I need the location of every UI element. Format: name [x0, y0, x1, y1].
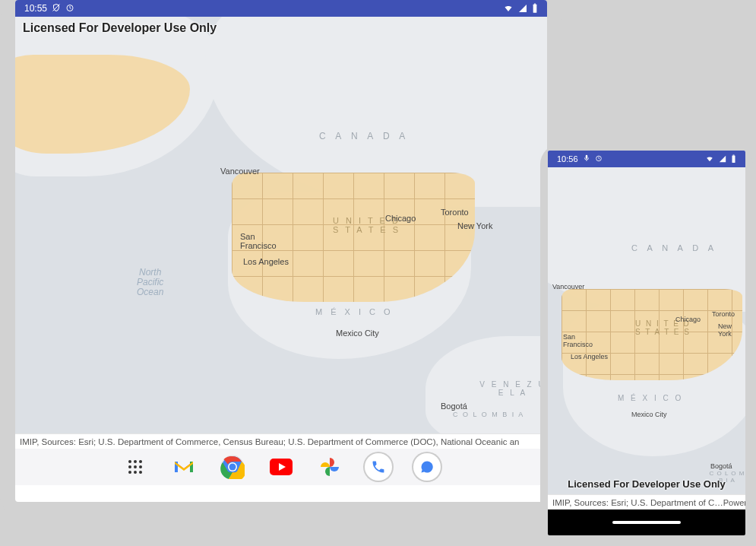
svg-point-11	[134, 471, 137, 474]
photos-icon[interactable]	[316, 453, 343, 481]
license-watermark: Licensed For Developer Use Only	[548, 477, 745, 491]
mic-icon	[583, 154, 590, 163]
svg-rect-3	[534, 4, 536, 5]
tablet-attribution-bar: IMIP, Sources: Esri; U.S. Department of …	[15, 433, 547, 449]
svg-point-5	[134, 460, 137, 463]
phone-screen: 10:56 C A N A D A U N I T E D S T A T E …	[548, 151, 745, 535]
messages-app-icon[interactable]	[413, 453, 441, 481]
youtube-icon[interactable]	[267, 453, 295, 481]
gmail-icon[interactable]	[170, 453, 198, 481]
battery-icon	[731, 154, 736, 163]
country-label-mexico: M É X I C O	[315, 307, 394, 316]
tablet-status-bar: 10:55	[15, 0, 547, 17]
svg-point-7	[128, 465, 131, 468]
tablet-map-view[interactable]: Licensed For Developer Use Only C A N A …	[15, 17, 547, 433]
signal-icon	[719, 155, 726, 163]
city-chicago: Chicago	[385, 214, 416, 223]
attribution-text: IMIP, Sources: Esri; U.S. Department of …	[552, 498, 723, 507]
tablet-screen: 10:55 L	[15, 0, 547, 502]
city-losangeles: Los Angeles	[571, 353, 608, 360]
status-left-cluster: 10:56	[557, 154, 603, 163]
city-losangeles: Los Angeles	[243, 257, 289, 266]
svg-rect-2	[533, 5, 537, 13]
attribution-text: IMIP, Sources: Esri; U.S. Department of …	[20, 437, 519, 446]
country-label-venezuela: V E N E Z U E L A	[479, 380, 547, 397]
status-left-cluster: 10:55	[24, 3, 74, 14]
status-right-cluster	[503, 3, 538, 14]
country-label-colombia: C O L O M B I A	[453, 411, 524, 418]
svg-point-4	[128, 460, 131, 463]
no-sim-icon	[52, 3, 61, 14]
phone-gesture-bar[interactable]	[548, 509, 745, 535]
powered-by: Powered by Esri	[723, 498, 745, 507]
app-drawer-icon[interactable]	[122, 453, 149, 481]
powered-by-label: Powered by	[723, 498, 745, 507]
chrome-icon[interactable]	[219, 453, 246, 481]
timer-icon	[595, 154, 603, 163]
tablet-home-dock	[15, 449, 547, 485]
city-chicago: Chicago	[675, 316, 701, 323]
gesture-handle[interactable]	[612, 521, 681, 524]
wifi-icon	[705, 155, 714, 163]
phone-attribution-bar: IMIP, Sources: Esri; U.S. Department of …	[548, 494, 745, 509]
country-label-canada: C A N A D A	[631, 243, 717, 252]
battery-icon	[532, 3, 538, 14]
ocean-label-pacific: North Pacific Ocean	[137, 268, 163, 298]
svg-point-8	[134, 465, 137, 468]
status-clock: 10:55	[24, 3, 47, 14]
svg-point-9	[139, 465, 142, 468]
license-watermark: Licensed For Developer Use Only	[20, 20, 220, 37]
svg-point-6	[139, 460, 142, 463]
phone-app-icon[interactable]	[365, 453, 392, 481]
city-bogota: Bogotá	[441, 402, 467, 411]
tablet-device-frame: 10:55 L	[0, 0, 562, 517]
svg-point-12	[139, 471, 142, 474]
city-toronto: Toronto	[712, 310, 735, 318]
wifi-icon	[503, 4, 514, 13]
city-mexicocity: Mexico City	[631, 411, 667, 418]
city-newyork: New York	[718, 322, 745, 338]
svg-point-16	[229, 464, 236, 471]
signal-icon	[518, 4, 527, 13]
city-bogota: Bogotá	[710, 462, 732, 470]
city-toronto: Toronto	[441, 208, 469, 217]
svg-rect-19	[732, 156, 735, 163]
city-sanfrancisco: San Francisco	[240, 232, 277, 250]
phone-device-frame: 10:56 C A N A D A U N I T E D S T A T E …	[540, 144, 753, 543]
country-label-canada: C A N A D A	[319, 131, 409, 141]
city-mexicocity: Mexico City	[336, 329, 379, 338]
city-newyork: New York	[457, 221, 492, 230]
status-right-cluster	[705, 154, 736, 163]
city-vancouver: Vancouver	[552, 283, 584, 290]
status-clock: 10:56	[557, 154, 578, 163]
country-label-mexico: M É X I C O	[618, 394, 683, 402]
city-sanfrancisco: San Francisco	[563, 333, 593, 348]
city-vancouver: Vancouver	[220, 167, 260, 176]
svg-rect-20	[733, 155, 735, 156]
svg-point-10	[128, 471, 131, 474]
timer-icon	[65, 3, 74, 14]
phone-map-view[interactable]: C A N A D A U N I T E D S T A T E S M É …	[548, 167, 745, 494]
phone-status-bar: 10:56	[548, 151, 745, 167]
